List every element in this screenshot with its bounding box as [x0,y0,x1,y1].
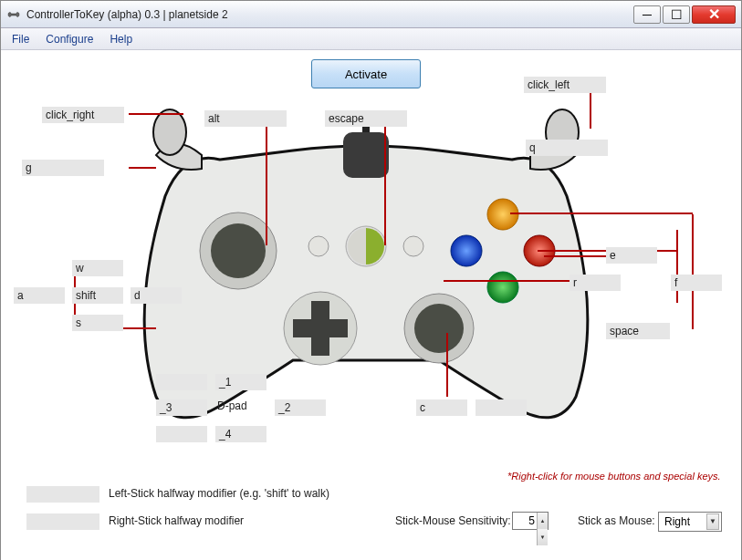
sensitivity-value: 5 [528,514,535,527]
a-button-input[interactable]: space [606,323,670,339]
dpad-empty-input[interactable] [156,374,207,390]
dpad-left-input[interactable]: _3 [156,399,207,416]
chevron-down-icon: ▼ [706,513,719,530]
svg-point-4 [211,223,266,278]
ls-half-label: Left-Stick halfway modifier (e.g. 'shift… [109,487,329,500]
lead-line [129,113,183,115]
ls-half-input[interactable] [26,486,99,503]
lead-line [129,167,156,169]
rs-half-input[interactable] [26,513,99,530]
back-map-input[interactable]: alt [204,110,287,127]
sensitivity-spinner[interactable]: 5 ▲▼ [512,512,549,530]
main-canvas: Activate [1,50,741,560]
x-button-input[interactable]: r [570,275,621,291]
spinner-up-icon[interactable]: ▲ [537,513,548,529]
menu-file[interactable]: File [5,31,37,47]
menu-help[interactable]: Help [102,31,140,47]
ls-right-input[interactable]: d [131,287,182,304]
lb-map-input[interactable]: g [22,160,104,176]
ls-down-input[interactable]: s [72,315,123,331]
window-controls: ─ ☐ ✕ [633,5,736,24]
minimize-button[interactable]: ─ [633,5,661,24]
rs-click-input[interactable]: c [416,399,467,416]
maximize-button[interactable]: ☐ [663,5,690,24]
svg-point-14 [487,199,518,230]
svg-point-10 [403,236,423,256]
svg-point-7 [414,304,464,353]
dpad-up-input[interactable]: _1 [215,374,266,390]
hint-label: *Right-click for mouse buttons and speci… [507,471,721,482]
start-map-input[interactable]: escape [325,110,407,127]
close-button[interactable]: ✕ [692,5,736,24]
rt-map-input[interactable]: click_left [524,77,606,93]
app-window: ControllerToKey (alpha) 0.3 | planetside… [0,0,742,560]
rs-half-label: Right-Stick halfway modifier [109,514,244,527]
sensitivity-label: Stick-Mouse Sensitivity: [395,514,511,527]
lead-line [510,213,693,214]
y-button-input[interactable]: e [606,247,657,264]
svg-point-9 [308,236,329,256]
rs-extra-input[interactable] [476,399,527,416]
dpad-down-input[interactable]: _4 [215,426,266,442]
ls-left-input[interactable]: a [14,287,65,304]
activate-button[interactable]: Activate [311,59,421,88]
lead-line [384,118,386,245]
app-icon [6,7,21,22]
lead-line [446,333,448,397]
b-button-input[interactable]: f [671,275,722,291]
svg-point-11 [487,272,518,303]
dpad-empty2-input[interactable] [156,426,207,442]
ls-click-input[interactable]: shift [72,287,123,304]
menu-configure[interactable]: Configure [38,31,100,47]
ls-up-input[interactable]: w [72,260,123,276]
window-title: ControllerToKey (alpha) 0.3 | planetside… [26,8,633,21]
titlebar[interactable]: ControllerToKey (alpha) 0.3 | planetside… [1,1,741,28]
menubar: File Configure Help [1,28,741,50]
rb-map-input[interactable]: q [526,140,608,156]
stick-mouse-value: Right [664,515,690,528]
spinner-down-icon[interactable]: ▼ [537,529,548,545]
stick-mouse-combo[interactable]: Right ▼ [658,512,722,532]
lt-map-input[interactable]: click_right [42,107,124,123]
lead-line [266,118,267,245]
lead-line [692,214,694,329]
svg-rect-0 [343,132,389,178]
stick-mouse-label: Stick as Mouse: [578,514,655,527]
svg-point-1 [153,109,186,155]
dpad-right-input[interactable]: _2 [275,399,326,416]
lead-line [676,230,678,303]
svg-point-13 [451,235,482,266]
dpad-center-label: D-pad [217,399,247,412]
